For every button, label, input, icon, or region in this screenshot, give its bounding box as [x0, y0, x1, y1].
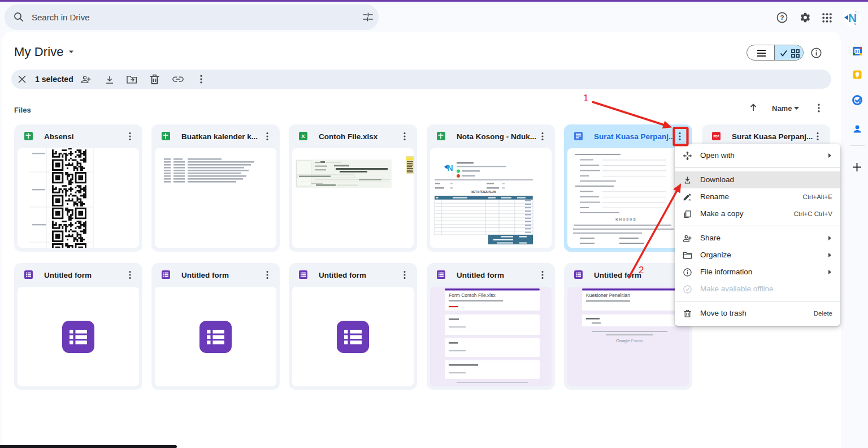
- svg-text:2: 2: [639, 265, 644, 275]
- svg-text:1: 1: [583, 93, 588, 104]
